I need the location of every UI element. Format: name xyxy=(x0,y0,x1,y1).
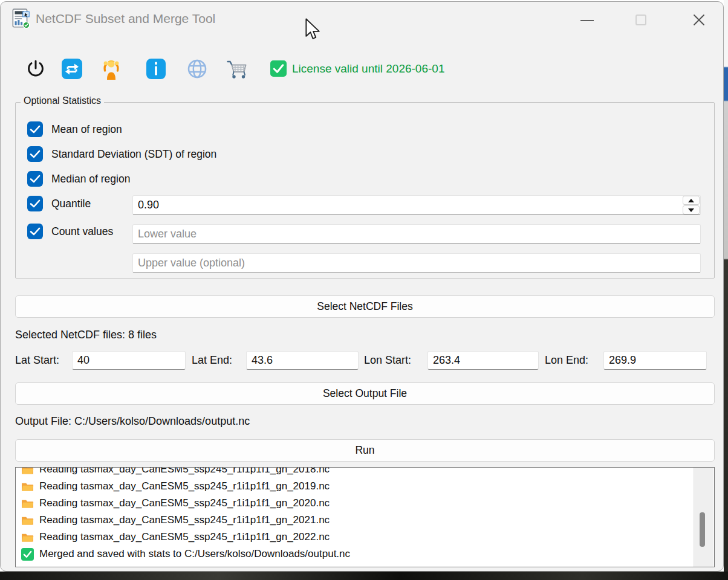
log-text: Reading tasmax_day_CanESM5_ssp245_r1i1p1… xyxy=(39,531,330,543)
checkmark-icon xyxy=(27,224,43,239)
spin-down-button[interactable] xyxy=(683,205,700,214)
folder-icon xyxy=(21,515,34,526)
log-row: Reading tasmax_day_CanESM5_ssp245_r1i1p1… xyxy=(21,529,690,546)
minimize-icon xyxy=(580,20,594,21)
optional-statistics-label: Optional Statistics xyxy=(21,95,104,106)
checkmark-icon xyxy=(27,196,43,211)
log-lines: Reading tasmax_day_CanESM5_ssp245_r1i1p1… xyxy=(21,467,690,562)
checkmark-icon xyxy=(27,121,43,137)
median-checkbox-label: Median of region xyxy=(51,173,130,185)
repeat-button[interactable] xyxy=(60,57,83,80)
select-output-file-button[interactable]: Select Output File xyxy=(15,382,715,405)
log-output[interactable]: Reading tasmax_day_CanESM5_ssp245_r1i1p1… xyxy=(15,467,715,567)
app-window: NetCDF Subset and Merge Tool xyxy=(0,1,724,572)
close-button[interactable] xyxy=(690,11,708,29)
lat-end-label: Lat End: xyxy=(192,351,232,370)
lon-start-label: Lon Start: xyxy=(364,351,411,370)
shopping-cart-button[interactable] xyxy=(226,57,249,80)
license-status: License valid until 2026-06-01 xyxy=(270,60,444,77)
desktop-edge-right xyxy=(724,0,728,580)
log-text: Reading tasmax_day_CanESM5_ssp245_r1i1p1… xyxy=(39,467,330,475)
quantile-checkbox[interactable] xyxy=(27,196,43,211)
folder-icon xyxy=(21,498,34,509)
folder-icon xyxy=(21,467,34,475)
lon-end-input[interactable] xyxy=(603,351,707,370)
lon-end-label: Lon End: xyxy=(545,351,588,370)
stddev-checkbox-label: Standard Deviation (SDT) of region xyxy=(51,148,216,161)
app-icon xyxy=(9,8,32,30)
lat-start-label: Lat Start: xyxy=(15,351,59,370)
run-button[interactable]: Run xyxy=(15,439,715,462)
selected-files-label: Selected NetCDF files: 8 files xyxy=(15,329,157,341)
folder-icon xyxy=(21,482,34,492)
log-text: Reading tasmax_day_CanESM5_ssp245_r1i1p1… xyxy=(39,497,330,509)
success-check-icon xyxy=(21,548,34,561)
close-icon xyxy=(694,15,704,25)
log-row: Reading tasmax_day_CanESM5_ssp245_r1i1p1… xyxy=(21,495,690,512)
globe-button[interactable] xyxy=(186,57,209,80)
window-title: NetCDF Subset and Merge Tool xyxy=(36,11,215,26)
minimize-button[interactable] xyxy=(574,10,600,31)
person-shrugging-button[interactable] xyxy=(100,57,123,80)
license-check-icon xyxy=(270,60,287,77)
log-row: Reading tasmax_day_CanESM5_ssp245_r1i1p1… xyxy=(21,467,690,478)
stddev-checkbox[interactable] xyxy=(27,146,43,162)
log-text: Merged and saved with stats to C:/Users/… xyxy=(39,548,350,560)
log-row: Merged and saved with stats to C:/Users/… xyxy=(21,546,690,562)
info-button[interactable] xyxy=(145,57,167,80)
upper-value-input[interactable] xyxy=(132,253,701,273)
mean-checkbox-label: Mean of region xyxy=(51,123,122,136)
mean-checkbox[interactable] xyxy=(27,121,43,137)
lat-end-input[interactable] xyxy=(246,351,359,370)
count-values-checkbox[interactable] xyxy=(27,224,43,239)
log-scrollbar[interactable] xyxy=(694,468,713,567)
lower-value-input[interactable] xyxy=(132,224,701,244)
log-row: Reading tasmax_day_CanESM5_ssp245_r1i1p1… xyxy=(21,512,690,529)
quantile-input[interactable] xyxy=(132,195,701,215)
log-text: Reading tasmax_day_CanESM5_ssp245_r1i1p1… xyxy=(39,480,330,492)
log-row: Reading tasmax_day_CanESM5_ssp245_r1i1p1… xyxy=(21,478,690,495)
spin-down-icon xyxy=(688,208,694,212)
quantile-spinbox xyxy=(132,195,701,215)
log-scrollbar-thumb[interactable] xyxy=(700,512,705,547)
count-values-checkbox-label: Count values xyxy=(51,225,113,238)
checkmark-icon xyxy=(27,146,43,162)
select-netcdf-files-button[interactable]: Select NetCDF Files xyxy=(15,295,715,318)
median-checkbox[interactable] xyxy=(27,171,43,187)
license-text: License valid until 2026-06-01 xyxy=(292,62,444,76)
maximize-button[interactable] xyxy=(635,14,646,25)
power-button[interactable] xyxy=(24,57,47,80)
checkmark-icon xyxy=(27,171,43,187)
quantile-checkbox-label: Quantile xyxy=(51,198,91,210)
desktop-edge-bottom xyxy=(0,572,728,580)
log-text: Reading tasmax_day_CanESM5_ssp245_r1i1p1… xyxy=(39,514,330,526)
lon-start-input[interactable] xyxy=(427,351,539,370)
output-file-label: Output File: C:/Users/kolso/Downloads/ou… xyxy=(15,415,250,428)
folder-icon xyxy=(21,532,34,543)
spin-up-button[interactable] xyxy=(683,196,700,205)
lat-start-input[interactable] xyxy=(72,351,186,370)
quantile-spin-buttons xyxy=(683,196,700,214)
spin-up-icon xyxy=(688,199,694,202)
